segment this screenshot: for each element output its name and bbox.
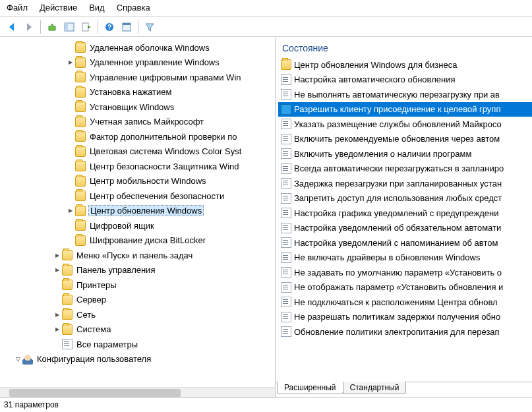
list-item[interactable]: Не включать драйверы в обновления Window… [278,250,532,266]
properties-button[interactable] [119,19,134,35]
chevron-right-icon[interactable]: ▶ [53,312,62,318]
tree-item[interactable]: Управление цифровыми правами Win [0,70,275,85]
tree-item[interactable]: Учетная запись Майкрософт [0,115,275,130]
folder-icon [281,59,291,70]
tree-item[interactable]: Фактор дополнительной проверки по [0,129,275,144]
chevron-down-icon[interactable]: ▽ [13,356,22,363]
tree-item-label: Шифрование диска BitLocker [88,235,206,245]
list-item[interactable]: Всегда автоматически перезагружаться в з… [278,162,532,177]
menu-bar: Файл Действие Вид Справка [0,0,532,17]
list-item-label: Запретить доступ для использования любых… [294,193,502,203]
svg-rect-4 [82,23,88,31]
tree-item-label: Центр мобильности Windows [88,176,206,186]
menu-view[interactable]: Вид [89,3,105,13]
tree-item-label: Центр обновления Windows [88,205,204,216]
list-item[interactable]: Настройка уведомлений с напоминанием об … [278,235,532,250]
list-item[interactable]: Не разрешать политикам задержки получени… [278,310,532,325]
tree-item[interactable]: Центр обеспечения безопасности [0,189,275,204]
chevron-right-icon[interactable]: ▶ [53,326,62,332]
tree-item[interactable]: Удаленная оболочка Windows [0,40,275,55]
list-item[interactable]: Не подключаться к расположениям Центра о… [278,295,532,310]
chevron-right-icon[interactable]: ▶ [53,267,62,273]
tree-item-label: Конфигурация пользователя [36,354,151,364]
list-item-label: Не разрешать политикам задержки получени… [294,312,500,322]
policy-icon [281,178,291,189]
horizontal-scrollbar[interactable] [0,387,275,397]
up-button[interactable] [44,19,60,35]
show-hide-tree-button[interactable] [61,19,77,35]
tree-item[interactable]: Центр мобильности Windows [0,174,275,189]
tree-item[interactable]: Цветовая система Windows Color Syst [0,144,275,160]
list-item[interactable]: Обновление политики электропитания для п… [278,324,532,339]
list-item[interactable]: Указать размещение службы обновлений Май… [278,117,532,132]
chevron-right-icon[interactable]: ▶ [66,208,75,214]
list-item-label: Задержка перезагрузки при запланированны… [294,179,502,189]
folder-icon [75,176,86,187]
policy-icon [281,148,291,159]
tree-item[interactable]: Центр безопасности Защитника Wind [0,159,275,174]
tree-item-label: Центр безопасности Защитника Wind [88,162,239,171]
tree-item[interactable]: Установщик Windows [0,100,275,115]
status-text: 31 параметров [4,400,59,409]
folder-icon [75,146,86,157]
export-button[interactable] [78,19,94,35]
tab-standard[interactable]: Стандартный [343,382,407,394]
policy-list[interactable]: Центр обновления Windows для бизнесаНаст… [276,57,532,382]
list-item-label: Обновление политики электропитания для п… [294,327,500,337]
tree-item[interactable]: Принтеры [0,278,275,293]
list-item[interactable]: Центр обновления Windows для бизнеса [278,57,532,73]
tree-item[interactable]: ▶Система [0,322,275,338]
chevron-right-icon[interactable]: ▶ [66,59,75,65]
tree-item[interactable]: Все параметры [0,337,275,352]
tree-item[interactable]: ▽Конфигурация пользователя [0,352,275,367]
folder-icon [75,42,86,53]
back-button[interactable] [4,19,20,35]
list-item[interactable]: Разрешить клиенту присоединение к целево… [278,102,532,117]
folder-icon [75,57,86,68]
list-item[interactable]: Настройка уведомлений об обязательном ав… [278,221,532,236]
view-tabs: Расширенный Стандартный [276,382,532,397]
list-item[interactable]: Настройка графика уведомлений с предупре… [278,206,532,221]
menu-action[interactable]: Действие [40,3,77,13]
menu-file[interactable]: Файл [7,3,28,13]
folder-icon [62,265,73,276]
tree-item[interactable]: Шифрование диска BitLocker [0,233,275,249]
list-item[interactable]: Включить уведомления о наличии программ [278,146,532,162]
list-item[interactable]: Не выполнять автоматическую перезагрузку… [278,87,532,102]
tree-item-label: Фактор дополнительной проверки по [88,132,237,142]
tree-item-label: Сервер [75,295,106,305]
tree-item[interactable]: ▶Меню «Пуск» и панель задач [0,248,275,263]
tree-item[interactable]: Цифровой ящик [0,218,275,233]
list-item[interactable]: Настройка автоматического обновления [278,73,532,88]
tree-item-label: Цифровой ящик [88,221,154,231]
tree-item[interactable]: ▶Панель управления [0,263,275,278]
tree-item-label: Управление цифровыми правами Win [88,73,241,82]
list-item[interactable]: Не задавать по умолчанию параметр «Устан… [278,265,532,280]
list-item[interactable]: Не отображать параметр «Установить обнов… [278,280,532,295]
forward-button[interactable] [21,19,37,35]
content-panes: Удаленная оболочка Windows▶Удаленное упр… [0,37,532,397]
chevron-right-icon[interactable]: ▶ [53,252,62,258]
tree-view[interactable]: Удаленная оболочка Windows▶Удаленное упр… [0,38,275,387]
policy-icon [281,223,291,233]
tree-item[interactable]: Установка нажатием [0,85,275,100]
tree-item-label: Система [75,324,111,334]
tree-item[interactable]: ▶Удаленное управление Windows [0,55,275,71]
policy-icon [281,208,291,218]
list-item[interactable]: Запретить доступ для использования любых… [278,191,532,206]
list-header-state[interactable]: Состояние [276,38,532,57]
list-item[interactable]: Задержка перезагрузки при запланированны… [278,176,532,191]
policy-icon [281,282,291,293]
tree-item[interactable]: Сервер [0,293,275,308]
filter-button[interactable] [142,19,158,35]
toolbar-separator [40,20,41,34]
tree-item[interactable]: ▶Центр обновления Windows [0,204,275,219]
tab-extended[interactable]: Расширенный [277,382,343,394]
list-item-label: Всегда автоматически перезагружаться в з… [294,163,504,173]
help-button[interactable]: ? [102,19,117,35]
tree-item[interactable]: ▶Сеть [0,307,275,322]
folder-icon [75,191,86,201]
tree-item-label: Удаленная оболочка Windows [88,43,210,53]
menu-help[interactable]: Справка [117,3,150,13]
list-item[interactable]: Включить рекомендуемые обновления через … [278,132,532,147]
